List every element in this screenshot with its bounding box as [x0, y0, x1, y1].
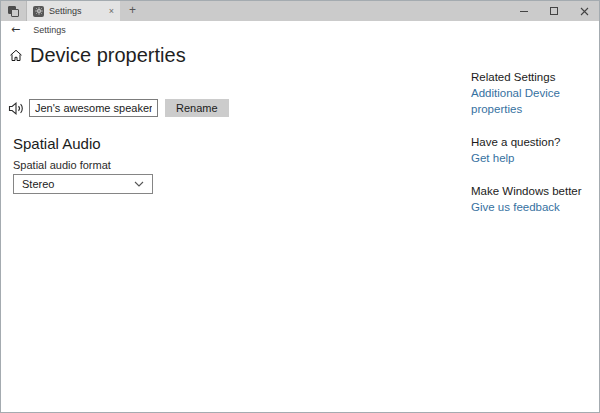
spatial-format-value: Stereo [22, 178, 54, 190]
settings-gear-icon [33, 6, 44, 17]
speaker-icon [8, 101, 25, 116]
close-icon [580, 7, 589, 16]
related-settings-heading: Related Settings [471, 69, 599, 85]
tab-close-icon[interactable]: × [109, 7, 114, 16]
rename-button[interactable]: Rename [165, 99, 229, 117]
device-rename-row: Rename [8, 99, 229, 117]
device-name-input[interactable] [29, 99, 158, 117]
tab-overview-button[interactable] [1, 1, 27, 21]
page-header: Device properties [9, 44, 186, 67]
related-settings-column: Related Settings Additional Device prope… [471, 69, 599, 232]
tab-strip-spacer [145, 1, 509, 21]
maximize-icon [550, 7, 558, 15]
tab-strip: Settings × + [1, 1, 599, 21]
stacked-tabs-icon [8, 6, 19, 17]
app-title: Settings [33, 25, 66, 35]
page-content: Device properties Rename Spatial Audio S… [1, 38, 599, 412]
have-a-question-heading: Have a question? [471, 134, 599, 150]
minimize-button[interactable] [509, 1, 539, 21]
tab-settings[interactable]: Settings × [27, 1, 120, 21]
settings-window: Settings × + ← Settings Device propertie… [0, 0, 600, 413]
have-a-question-group: Have a question? Get help [471, 134, 599, 166]
make-windows-better-group: Make Windows better Give us feedback [471, 183, 599, 215]
additional-device-properties-link[interactable]: Additional Device properties [471, 85, 599, 117]
window-controls [509, 1, 599, 21]
spatial-format-dropdown[interactable]: Stereo [13, 174, 153, 194]
new-tab-button[interactable]: + [120, 1, 145, 21]
chevron-down-icon [134, 181, 144, 187]
minimize-icon [520, 11, 528, 12]
app-titlebar: ← Settings [1, 21, 599, 38]
home-icon [9, 49, 23, 62]
make-windows-better-heading: Make Windows better [471, 183, 599, 199]
spatial-format-label: Spatial audio format [13, 159, 111, 171]
give-us-feedback-link[interactable]: Give us feedback [471, 199, 599, 215]
page-title: Device properties [30, 44, 186, 67]
back-button[interactable]: ← [11, 24, 20, 35]
get-help-link[interactable]: Get help [471, 150, 599, 166]
related-settings-group: Related Settings Additional Device prope… [471, 69, 599, 117]
tab-title: Settings [49, 6, 82, 16]
spatial-audio-heading: Spatial Audio [13, 135, 101, 152]
maximize-button[interactable] [539, 1, 569, 21]
close-button[interactable] [569, 1, 599, 21]
